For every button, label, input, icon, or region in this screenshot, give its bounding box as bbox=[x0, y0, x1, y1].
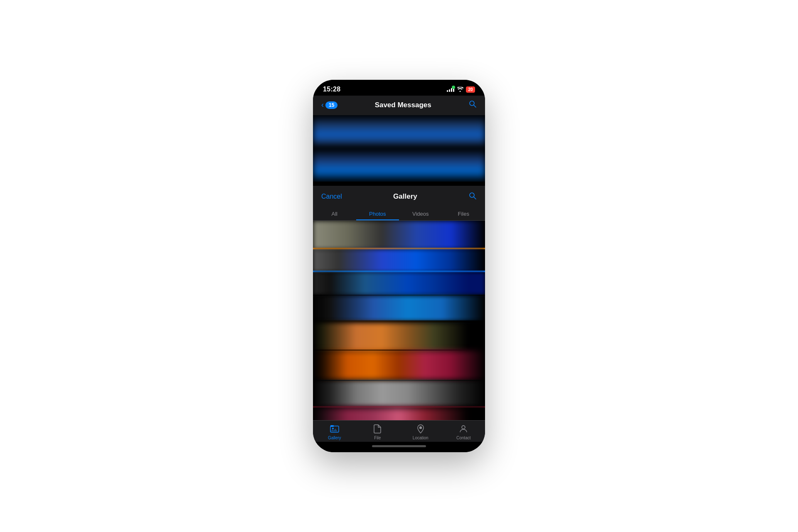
contact-tab-label: Contact bbox=[456, 436, 470, 440]
svg-line-3 bbox=[474, 197, 476, 199]
file-tab-label: File bbox=[374, 436, 381, 440]
message-blur-3 bbox=[313, 182, 485, 186]
cancel-button[interactable]: Cancel bbox=[321, 193, 342, 200]
messages-blur-area bbox=[313, 115, 485, 186]
gallery-tab-icon bbox=[330, 424, 340, 434]
svg-line-1 bbox=[474, 105, 476, 107]
photo-strip-6 bbox=[313, 351, 485, 380]
photo-strip-1 bbox=[313, 221, 485, 250]
tab-file[interactable]: File bbox=[356, 424, 399, 440]
gallery-content[interactable] bbox=[313, 221, 485, 420]
message-blur-1 bbox=[313, 115, 485, 148]
nav-title: Saved Messages bbox=[375, 101, 431, 109]
svg-point-7 bbox=[419, 427, 421, 429]
photo-strip-8 bbox=[313, 408, 485, 420]
svg-point-0 bbox=[470, 101, 474, 106]
search-button[interactable] bbox=[468, 100, 477, 110]
tab-photos-label: Photos bbox=[369, 211, 386, 217]
tab-all-label: All bbox=[332, 211, 337, 217]
message-blur-2 bbox=[313, 148, 485, 182]
tab-files[interactable]: Files bbox=[442, 207, 485, 220]
back-chevron-icon: ‹ bbox=[321, 101, 324, 109]
file-tab-icon bbox=[372, 424, 382, 434]
photo-strip-4 bbox=[313, 296, 485, 321]
svg-rect-6 bbox=[330, 425, 334, 427]
home-indicator bbox=[313, 442, 485, 452]
tab-videos-label: Videos bbox=[412, 211, 429, 217]
tab-photos[interactable]: Photos bbox=[356, 207, 399, 220]
gallery-tabs: All Photos Videos Files bbox=[313, 207, 485, 221]
phone-frame: 15:28 20 ‹ 15 Saved Messages bbox=[313, 80, 485, 452]
gallery-modal-header: Cancel Gallery bbox=[313, 186, 485, 207]
wifi-icon bbox=[457, 87, 463, 92]
tab-files-label: Files bbox=[458, 211, 469, 217]
status-time: 15:28 bbox=[323, 86, 340, 93]
gallery-search-button[interactable] bbox=[468, 192, 477, 202]
photo-strip-2 bbox=[313, 249, 485, 272]
photo-strip-5 bbox=[313, 323, 485, 352]
tab-location[interactable]: Location bbox=[399, 424, 442, 440]
back-badge: 15 bbox=[325, 101, 337, 109]
location-tab-label: Location bbox=[413, 436, 429, 440]
home-bar bbox=[372, 445, 426, 447]
svg-point-5 bbox=[332, 428, 334, 429]
tab-contact[interactable]: Contact bbox=[442, 424, 485, 440]
photo-strip-7 bbox=[313, 381, 485, 406]
status-icons: 20 bbox=[447, 86, 475, 93]
gallery-search-icon bbox=[468, 192, 477, 200]
search-icon bbox=[468, 100, 477, 108]
status-bar: 15:28 20 bbox=[313, 80, 485, 96]
battery-badge: 20 bbox=[466, 86, 475, 93]
tab-gallery[interactable]: Gallery bbox=[313, 424, 356, 440]
nav-header: ‹ 15 Saved Messages bbox=[313, 96, 485, 115]
location-tab-icon bbox=[416, 424, 426, 434]
tab-videos[interactable]: Videos bbox=[399, 207, 442, 220]
contact-tab-icon bbox=[458, 424, 468, 434]
svg-point-8 bbox=[462, 426, 465, 429]
bottom-tab-bar: Gallery File Location Contact bbox=[313, 420, 485, 442]
svg-point-2 bbox=[470, 193, 474, 197]
tab-all[interactable]: All bbox=[313, 207, 356, 220]
photo-strip-3 bbox=[313, 272, 485, 295]
back-button[interactable]: ‹ 15 bbox=[321, 101, 337, 109]
gallery-tab-label: Gallery bbox=[328, 436, 341, 440]
gallery-title: Gallery bbox=[393, 192, 417, 201]
green-dot bbox=[452, 86, 455, 89]
